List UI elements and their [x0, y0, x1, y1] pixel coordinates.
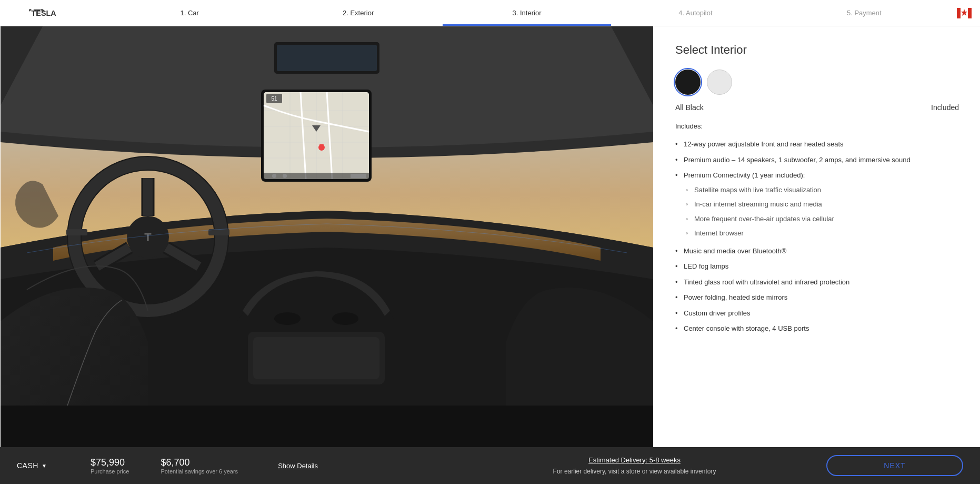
color-name: All Black: [675, 103, 704, 112]
svg-text:TESLA: TESLA: [32, 9, 57, 17]
section-title: Select Interior: [675, 43, 959, 57]
nav-autopilot[interactable]: 4. Autopilot: [611, 0, 779, 26]
header: TESLA 1. Car 2. Exterior 3. Interior 4. …: [0, 0, 980, 26]
price-section: $75,990 Purchase price $6,700 Potential …: [91, 457, 453, 475]
bottom-bar: CASH ▼ $75,990 Purchase price $6,700 Pot…: [0, 447, 980, 484]
show-details-link[interactable]: Show Details: [278, 462, 318, 470]
feature-led: LED fog lamps: [675, 259, 959, 274]
svg-rect-2: [957, 8, 961, 18]
main-nav: 1. Car 2. Exterior 3. Interior 4. Autopi…: [105, 0, 948, 26]
savings-label: Potential savings over 6 years: [161, 468, 238, 475]
purchase-label: Purchase price: [91, 468, 129, 475]
tesla-logo[interactable]: TESLA: [0, 8, 105, 18]
payment-type-label: CASH: [17, 461, 38, 470]
svg-rect-20: [66, 229, 87, 235]
svg-point-43: [274, 312, 301, 325]
sub-list-connectivity: Satellite maps with live traffic visuali…: [684, 183, 959, 241]
svg-rect-45: [1, 406, 653, 447]
svg-rect-3: [968, 8, 972, 18]
swatch-all-black[interactable]: [675, 70, 701, 95]
next-button[interactable]: NEXT: [826, 455, 963, 476]
right-panel: Select Interior All Black Included Inclu…: [654, 26, 980, 447]
sub-item-ota: More frequent over-the-air updates via c…: [684, 212, 959, 226]
nav-car[interactable]: 1. Car: [105, 0, 274, 26]
svg-point-39: [283, 174, 287, 178]
feature-mirrors: Power folding, heated side mirrors: [675, 290, 959, 305]
color-label-row: All Black Included: [675, 103, 959, 112]
swatch-white[interactable]: [707, 70, 732, 95]
purchase-price: $75,990: [91, 457, 129, 468]
color-price: Included: [931, 103, 959, 112]
sub-item-streaming: In-car internet streaming music and medi…: [684, 197, 959, 212]
includes-label: Includes:: [675, 122, 959, 130]
svg-text:51: 51: [271, 96, 277, 102]
nav-exterior[interactable]: 2. Exterior: [274, 0, 442, 26]
color-swatches: [675, 70, 959, 95]
interior-image: T: [0, 26, 654, 447]
feature-seats: 12-way power adjustable front and rear h…: [675, 136, 959, 152]
feature-audio: Premium audio – 14 speakers, 1 subwoofer…: [675, 152, 959, 168]
next-section: NEXT: [816, 455, 963, 476]
nav-interior[interactable]: 3. Interior: [443, 0, 611, 26]
delivery-section: Estimated Delivery: 5-8 weeks For earlie…: [453, 456, 816, 476]
feature-connectivity: Premium Connectivity (1 year included): …: [675, 167, 959, 243]
chevron-down-icon: ▼: [42, 463, 47, 469]
svg-rect-8: [277, 45, 377, 71]
country-flag: [948, 8, 980, 18]
delivery-text: For earlier delivery, visit a store or v…: [553, 468, 716, 475]
feature-console: Center console with storage, 4 USB ports: [675, 321, 959, 337]
svg-point-38: [272, 174, 276, 178]
cash-section[interactable]: CASH ▼: [17, 461, 91, 470]
svg-rect-42: [253, 337, 379, 379]
feature-profiles: Custom driver profiles: [675, 305, 959, 321]
purchase-price-block: $75,990 Purchase price: [91, 457, 129, 475]
svg-rect-40: [351, 174, 366, 178]
nav-payment[interactable]: 5. Payment: [780, 0, 948, 26]
feature-roof: Tinted glass roof with ultraviolet and i…: [675, 274, 959, 290]
sub-item-browser: Internet browser: [684, 226, 959, 241]
sub-item-satellite: Satellite maps with live traffic visuali…: [684, 183, 959, 197]
svg-point-44: [332, 312, 358, 325]
feature-bluetooth: Music and media over Bluetooth®: [675, 243, 959, 259]
delivery-estimate-link[interactable]: Estimated Delivery: 5-8 weeks: [453, 456, 816, 464]
savings-block: $6,700 Potential savings over 6 years: [161, 457, 238, 475]
svg-text:T: T: [144, 231, 152, 244]
car-image-area: T: [0, 26, 654, 447]
savings-amount: $6,700: [161, 457, 238, 468]
tesla-logo-svg: TESLA: [29, 8, 76, 18]
main-content: T: [0, 26, 980, 447]
features-list: 12-way power adjustable front and rear h…: [675, 136, 959, 337]
